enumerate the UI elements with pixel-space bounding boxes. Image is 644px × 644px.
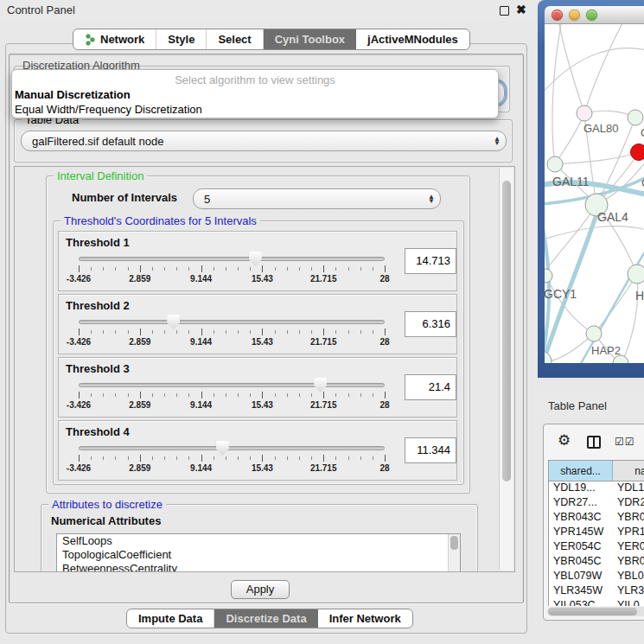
table-cell[interactable]: YDR27... [549,496,613,511]
node-h[interactable] [628,265,644,284]
select-columns-icon[interactable]: ☑☑ [615,436,635,448]
tab-cyni-toolbox[interactable]: Cyni Toolbox [264,29,356,49]
tick-mark [79,328,80,335]
tick-mark [188,393,189,397]
node-ga[interactable] [628,110,643,125]
attributes-list-scrollbar[interactable] [448,534,460,572]
table-cell[interactable]: YDL1 [613,481,644,496]
tick-mark [360,267,361,271]
node-hap2[interactable] [586,326,602,341]
tab-jactivemnodules[interactable]: jActiveMNodules [356,29,469,49]
tab-network[interactable]: Network [73,29,156,49]
column-header-shared-name[interactable]: shared... [549,461,613,481]
threshold-4-slider[interactable] [79,446,385,450]
tick-mark [201,392,202,399]
table-row[interactable]: YIL053CYIL0 [549,599,644,606]
tick-mark [91,393,92,397]
tick-mark [140,328,141,335]
slider-tick-labels: -3.4262.8599.14415.4321.71528 [79,274,385,284]
table-cell[interactable]: YER054C [549,540,613,555]
tab-network-label: Network [100,33,144,46]
table-panel: ⚙ ☑☑ shared... na YDL19...YDL1YDR27...YD… [543,424,644,621]
threshold-3-slider[interactable] [79,383,385,387]
table-row[interactable]: YLR345WYLR3 [549,584,644,599]
minimize-traffic-light[interactable] [569,10,580,21]
tab-style[interactable]: Style [156,29,207,49]
threshold-3-slider-thumb[interactable] [314,378,327,392]
attribute-list-item[interactable]: SelfLoops [57,534,460,548]
apply-button[interactable]: Apply [231,580,290,599]
table-data-combobox[interactable]: galFiltered.sif default node ▲▼ [21,131,507,151]
table-cell[interactable]: YER0 [613,540,644,555]
table-row[interactable]: YBR043CYBR0 [549,511,644,526]
table-cell[interactable]: YPR1 [613,526,644,540]
table-cell[interactable]: YBR043C [549,511,613,526]
scrollbar-thumb[interactable] [548,608,637,615]
close-traffic-light[interactable] [552,10,563,21]
tab-impute-data-label: Impute Data [138,612,202,625]
tick-mark [214,267,214,271]
table-cell[interactable]: YLR345W [549,584,613,599]
node-gal80[interactable] [577,105,592,121]
tick-mark [152,330,153,334]
threshold-2-value-field[interactable]: 6.316 [405,311,456,337]
threshold-4-slider-thumb[interactable] [216,441,229,456]
network-view-canvas[interactable]: GAL80 GA C GAL11 GAL4 GCY1 H HAP2 [545,24,644,363]
numerical-attributes-list[interactable]: SelfLoopsTopologicalCoefficientBetweenne… [56,533,461,572]
table-cell[interactable]: YBR0 [613,511,644,526]
table-cell[interactable]: YBR045C [549,555,613,570]
table-row[interactable]: YDL19...YDL1 [549,481,644,496]
dropdown-option-manual[interactable]: Manual Discretization [12,87,498,102]
tick-mark [238,330,239,334]
column-header-name[interactable]: na [613,461,644,481]
tick-label: 9.144 [190,274,212,284]
table-cell[interactable]: YBR0 [613,555,644,570]
attribute-list-item[interactable]: BetweennessCentrality [57,562,460,572]
threshold-1-value-field[interactable]: 14.713 [405,248,456,274]
threshold-4-value-field[interactable]: 11.344 [405,437,456,463]
threshold-3-value-field[interactable]: 21.4 [405,374,456,400]
tick-mark [348,330,349,334]
tab-infer-network[interactable]: Infer Network [318,609,412,628]
table-row[interactable]: YER054CYER0 [549,540,644,555]
threshold-1-slider[interactable] [79,257,385,261]
node-gcy1[interactable] [545,269,552,283]
num-intervals-combobox[interactable]: 5 ▲▼ [193,188,441,209]
threshold-2-slider-thumb[interactable] [167,315,180,329]
table-cell[interactable]: YDR2 [613,496,644,511]
gear-icon[interactable]: ⚙ [558,433,571,448]
tick-label: 21.715 [310,337,337,347]
attribute-list-item[interactable]: TopologicalCoefficient [57,548,460,562]
tab-cyni-toolbox-label: Cyni Toolbox [275,33,345,46]
table-row[interactable]: YBL079WYBL0 [549,570,644,584]
table-row[interactable]: YDR27...YDR2 [549,496,644,511]
table-cell[interactable]: YIL0 [613,599,644,606]
threshold-1-slider-thumb[interactable] [249,252,262,266]
thresholds-group-label: Threshold's Coordinates for 5 Intervals [61,214,260,227]
tab-impute-data[interactable]: Impute Data [127,609,214,628]
table-cell[interactable]: YIL053C [549,599,613,606]
table-row[interactable]: YPR145WYPR1 [549,526,644,540]
threshold-2-slider[interactable] [79,320,385,324]
table-cell[interactable]: YBL079W [549,570,613,584]
tab-discretize-data[interactable]: Discretize Data [214,609,317,628]
table-horizontal-scrollbar[interactable] [547,607,644,616]
threshold-2-panel: Threshold 2 -3.4262.8599.14415.4321.7152… [58,294,457,354]
tab-select[interactable]: Select [207,29,263,49]
tick-mark [335,330,336,334]
node-gal11[interactable] [547,156,563,172]
column-layout-icon[interactable] [587,436,601,449]
float-window-icon[interactable] [500,6,509,16]
node-selected-red[interactable] [631,144,644,161]
table-cell[interactable]: YDL19... [549,481,613,496]
close-icon[interactable]: ✖ [516,3,526,16]
table-cell[interactable]: YPR145W [549,526,613,540]
dropdown-option-equal-width[interactable]: Equal Width/Frequency Discretization [12,102,498,117]
tick-mark [140,455,141,462]
table-cell[interactable]: YLR3 [613,584,644,599]
zoom-traffic-light[interactable] [586,10,597,21]
table-cell[interactable]: YBL0 [613,570,644,584]
table-row[interactable]: YBR045CYBR0 [549,555,644,570]
settings-vertical-scrollbar[interactable] [499,168,513,571]
scrollbar-thumb[interactable] [502,181,511,481]
